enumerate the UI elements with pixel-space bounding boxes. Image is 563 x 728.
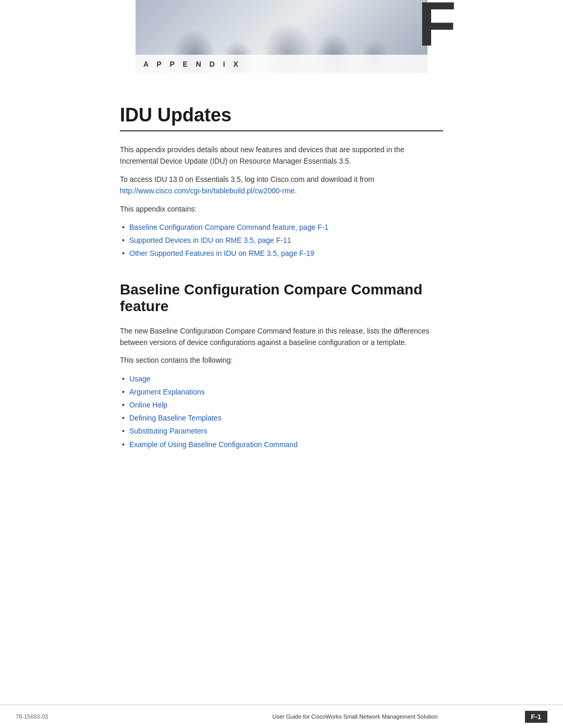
intro-paragraph-1: This appendix provides details about new… (120, 144, 443, 167)
section1-link-6[interactable]: Example of Using Baseline Configuration … (129, 440, 298, 449)
section1-title: Baseline Configuration Compare Command f… (120, 281, 443, 315)
section1-link-1[interactable]: Usage (129, 375, 150, 383)
header-image: A P P E N D I X (136, 0, 427, 73)
toc-list: Baseline Configuration Compare Command f… (120, 221, 443, 261)
list-item: Supported Devices in IDU on RME 3.5, pag… (120, 234, 443, 247)
intro-paragraph-3: This appendix contains: (120, 203, 443, 215)
list-item: Usage (120, 373, 443, 386)
intro-paragraph-2: To access IDU 13.0 on Essentials 3.5, lo… (120, 174, 443, 197)
section1-link-5[interactable]: Substituting Parameters (129, 427, 207, 435)
section1-link-4[interactable]: Defining Baseline Templates (129, 414, 221, 422)
appendix-letter: F (418, 0, 456, 55)
footer-title: User Guide for CiscoWorks Small Network … (186, 713, 525, 720)
list-item: Argument Explanations (120, 386, 443, 399)
list-item: Substituting Parameters (120, 425, 443, 438)
appendix-label: A P P E N D I X (143, 60, 241, 68)
list-item: Online Help (120, 399, 443, 412)
footer-page: F-1 (525, 711, 548, 723)
appendix-bar: A P P E N D I X (136, 55, 427, 73)
toc-link-1[interactable]: Baseline Configuration Compare Command f… (129, 223, 328, 231)
toc-link-2[interactable]: Supported Devices in IDU on RME 3.5, pag… (129, 236, 291, 244)
list-item: Other Supported Features in IDU on RME 3… (120, 247, 443, 260)
toc-link-3[interactable]: Other Supported Features in IDU on RME 3… (129, 249, 314, 257)
title-rule (120, 130, 443, 131)
section1-list: Usage Argument Explanations Online Help … (120, 373, 443, 451)
header-wrapper: A P P E N D I X F (136, 0, 427, 73)
list-item: Example of Using Baseline Configuration … (120, 438, 443, 451)
list-item: Defining Baseline Templates (120, 412, 443, 425)
section1-paragraph-2: This section contains the following: (120, 354, 443, 366)
section1-paragraph-1: The new Baseline Configuration Compare C… (120, 325, 443, 349)
section1-link-3[interactable]: Online Help (129, 401, 167, 409)
page-title: IDU Updates (120, 94, 443, 126)
list-item: Baseline Configuration Compare Command f… (120, 221, 443, 234)
footer: 78-15693-03 User Guide for CiscoWorks Sm… (0, 705, 563, 728)
footer-doc-number: 78-15693-03 (16, 713, 186, 720)
page-container: A P P E N D I X F IDU Updates This appen… (0, 0, 563, 728)
main-content: IDU Updates This appendix provides detai… (0, 94, 563, 503)
section1-link-2[interactable]: Argument Explanations (129, 388, 205, 396)
cisco-download-link[interactable]: http://www.cisco.com/cgi-bin/tablebuild.… (120, 187, 295, 195)
